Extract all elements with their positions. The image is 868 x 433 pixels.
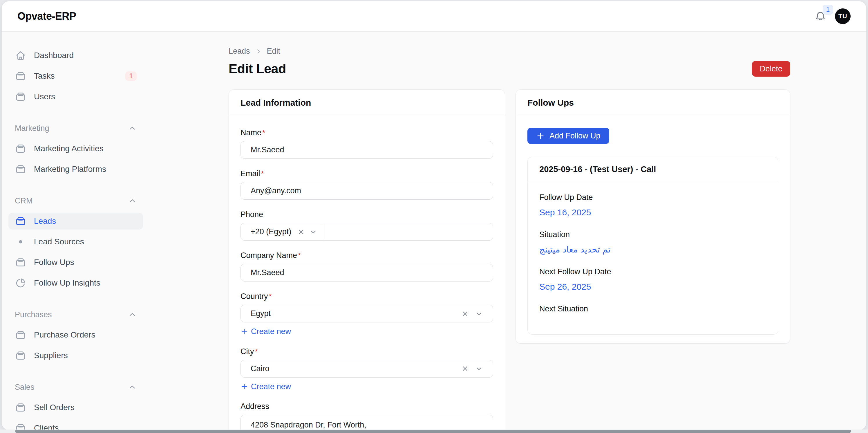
delete-button[interactable]: Delete xyxy=(752,61,790,76)
archive-box-icon xyxy=(15,350,26,361)
plus-icon xyxy=(241,328,248,336)
sidebar-section-sales[interactable]: Sales xyxy=(15,382,137,392)
country-label: Country* xyxy=(241,291,493,301)
next-follow-up-date-value[interactable]: Sep 26, 2025 xyxy=(539,281,767,292)
sidebar-item-dashboard[interactable]: Dashboard xyxy=(8,47,143,64)
sidebar-item-label: Sell Orders xyxy=(34,403,74,412)
sidebar-item-label: Tasks xyxy=(34,71,55,81)
address-line-1: 4208 Snapdragon Dr, Fort Worth, xyxy=(251,419,483,430)
chevron-up-icon xyxy=(128,383,137,392)
home-icon xyxy=(15,50,26,61)
follow-up-date-label: Follow Up Date xyxy=(539,192,767,202)
notifications-button[interactable]: 1 xyxy=(815,10,826,22)
email-value: Any@any.com xyxy=(251,186,301,195)
phone-label: Phone xyxy=(241,210,493,219)
required-marker: * xyxy=(269,292,272,300)
create-new-label: Create new xyxy=(251,327,291,336)
sidebar-item-sell-orders[interactable]: Sell Orders xyxy=(8,399,143,416)
add-follow-up-label: Add Follow Up xyxy=(550,131,600,141)
breadcrumb-leads[interactable]: Leads xyxy=(228,47,250,56)
sidebar-section-crm[interactable]: CRM xyxy=(15,196,137,206)
sidebar-item-leads[interactable]: Leads xyxy=(8,213,143,229)
sidebar-item-suppliers[interactable]: Suppliers xyxy=(8,347,143,364)
sidebar-item-follow-ups[interactable]: Follow Ups xyxy=(8,254,143,271)
chevron-up-icon xyxy=(128,196,137,205)
chevron-down-icon[interactable] xyxy=(475,365,483,373)
pie-chart-icon xyxy=(15,277,26,289)
sidebar-item-users[interactable]: Users xyxy=(8,88,143,105)
app-window: Opvate-ERP 1 TU Dashboard Tasks 1 Users xyxy=(2,1,866,430)
horizontal-scrollbar xyxy=(0,430,868,433)
city-value: Cairo xyxy=(251,364,270,373)
sidebar-item-purchase-orders[interactable]: Purchase Orders xyxy=(8,327,143,343)
chevron-down-icon[interactable] xyxy=(475,310,483,318)
city-create-new-link[interactable]: Create new xyxy=(241,382,291,391)
follow-up-date-value[interactable]: Sep 16, 2025 xyxy=(539,207,767,218)
sidebar-item-label: Dashboard xyxy=(34,51,74,60)
email-label: Email* xyxy=(241,168,493,179)
sidebar-section-marketing[interactable]: Marketing xyxy=(15,123,137,133)
sidebar-item-lead-sources[interactable]: Lead Sources xyxy=(8,233,143,250)
notification-count-badge: 1 xyxy=(823,5,833,14)
follow-ups-card: Follow Ups Add Follow Up 2025-09-16 - (T… xyxy=(516,89,790,344)
name-value: Mr.Saeed xyxy=(251,145,284,154)
email-field[interactable]: Any@any.com xyxy=(241,182,493,200)
breadcrumb: Leads Edit xyxy=(228,47,790,56)
chevron-right-icon xyxy=(255,48,262,55)
phone-field: +20 (Egypt) xyxy=(241,223,493,241)
phone-number-input[interactable] xyxy=(324,223,493,240)
next-follow-up-date-label: Next Follow Up Date xyxy=(539,267,767,277)
sidebar-item-follow-up-insights[interactable]: Follow Up Insights xyxy=(8,275,143,291)
city-select[interactable]: Cairo xyxy=(241,360,493,377)
main-content: Leads Edit Edit Lead Delete Lead Informa… xyxy=(150,32,866,430)
bullet-dot-icon xyxy=(15,236,26,248)
next-situation-label: Next Situation xyxy=(539,304,767,314)
lead-information-card: Lead Information Name* Mr.Saeed Email* A xyxy=(228,89,505,430)
plus-icon xyxy=(241,383,248,390)
address-label: Address xyxy=(241,401,493,411)
sidebar-item-marketing-activities[interactable]: Marketing Activities xyxy=(8,140,143,157)
clear-icon[interactable] xyxy=(461,310,469,318)
phone-country-value: +20 (Egypt) xyxy=(251,227,291,236)
page-title: Edit Lead xyxy=(228,61,286,76)
clear-icon[interactable] xyxy=(297,228,305,236)
name-field[interactable]: Mr.Saeed xyxy=(241,141,493,159)
chevron-down-icon[interactable] xyxy=(309,228,317,236)
country-value: Egypt xyxy=(251,309,271,318)
section-label-text: Purchases xyxy=(15,310,52,319)
clear-icon[interactable] xyxy=(461,365,469,373)
avatar[interactable]: TU xyxy=(835,8,850,24)
lead-information-title: Lead Information xyxy=(229,90,505,116)
archive-box-icon xyxy=(15,91,26,102)
country-create-new-link[interactable]: Create new xyxy=(241,327,291,336)
archive-box-icon xyxy=(15,422,26,430)
archive-box-icon xyxy=(15,329,26,341)
follow-ups-title: Follow Ups xyxy=(516,90,790,116)
sidebar-item-clients[interactable]: Clients xyxy=(8,420,143,430)
required-marker: * xyxy=(262,129,265,137)
topbar: Opvate-ERP 1 TU xyxy=(2,1,866,32)
company-name-label: Company Name* xyxy=(241,250,493,260)
sidebar-item-marketing-platforms[interactable]: Marketing Platforms xyxy=(8,161,143,178)
archive-box-icon xyxy=(15,70,26,82)
sidebar-item-label: Lead Sources xyxy=(34,237,84,246)
sidebar-item-label: Marketing Activities xyxy=(34,144,103,153)
add-follow-up-button[interactable]: Add Follow Up xyxy=(527,128,609,144)
situation-label: Situation xyxy=(539,229,767,240)
required-marker: * xyxy=(261,169,264,178)
sidebar-item-label: Purchase Orders xyxy=(34,330,95,340)
horizontal-scrollbar-thumb[interactable] xyxy=(15,430,851,433)
sidebar-item-tasks[interactable]: Tasks 1 xyxy=(8,68,143,85)
app-logo: Opvate-ERP xyxy=(18,10,76,22)
phone-country-select[interactable]: +20 (Egypt) xyxy=(241,223,324,240)
company-name-field[interactable]: Mr.Saeed xyxy=(241,264,493,281)
required-marker: * xyxy=(255,347,258,355)
required-marker: * xyxy=(298,251,301,259)
breadcrumb-edit: Edit xyxy=(267,47,281,56)
country-select[interactable]: Egypt xyxy=(241,305,493,322)
chevron-up-icon xyxy=(128,124,137,133)
address-textarea[interactable]: 4208 Snapdragon Dr, Fort Worth, Texas 76… xyxy=(241,415,493,430)
sidebar-section-purchases[interactable]: Purchases xyxy=(15,310,137,319)
archive-box-icon xyxy=(15,143,26,154)
company-name-value: Mr.Saeed xyxy=(251,268,284,277)
